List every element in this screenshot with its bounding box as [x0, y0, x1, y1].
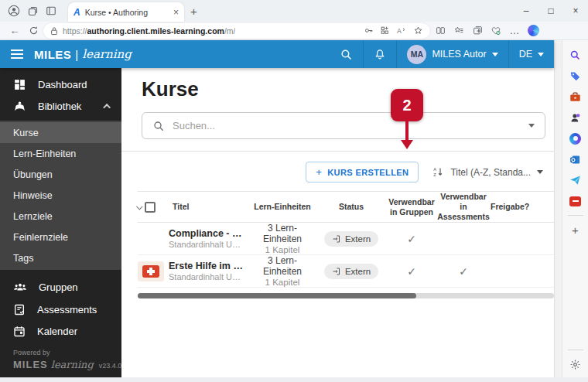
create-course-button[interactable]: + KURS ERSTELLEN — [306, 162, 419, 182]
extern-icon — [332, 267, 341, 276]
chapters-count: 1 Kapitel — [249, 245, 316, 254]
page-scrollbar[interactable] — [554, 40, 562, 377]
sidebar-item-dashboard[interactable]: Dashboard — [0, 73, 121, 96]
tab-actions-button[interactable] — [42, 2, 60, 20]
notifications-button[interactable] — [363, 40, 396, 68]
sidebar-footer: Powered by MILES learning v23.4.0 — [0, 343, 121, 377]
add-sidebar-app-button[interactable]: + — [569, 223, 583, 237]
sort-menu[interactable]: AZ Titel (A-Z, Standa... — [432, 166, 543, 178]
table-row[interactable]: Erste Hilfe im Betrieb Standardinhalt Un… — [138, 255, 554, 288]
split-screen-button[interactable] — [432, 23, 449, 39]
chevron-down-icon — [537, 170, 543, 177]
status-label: Extern — [345, 234, 371, 244]
first-aid-kit-graphic — [142, 265, 159, 278]
red-app-button[interactable] — [569, 194, 583, 208]
menu-button[interactable] — [0, 40, 34, 68]
workspaces-button[interactable] — [23, 2, 42, 20]
shopping-tag-button[interactable] — [569, 69, 583, 83]
column-header-titel[interactable]: Titel — [169, 202, 249, 212]
sidebar-item-assessments[interactable]: Assessments — [0, 298, 121, 321]
avatar: MA — [407, 45, 426, 64]
tools-button[interactable] — [569, 90, 583, 104]
status-cell: Extern — [316, 264, 387, 279]
chapters-count: 1 Kapitel — [249, 278, 316, 287]
chevron-down-icon[interactable] — [136, 203, 142, 210]
outlook-button[interactable] — [569, 152, 583, 166]
title-cell: Erste Hilfe im Betrieb Standardinhalt Un… — [169, 261, 249, 281]
url-field[interactable]: https://authoring.client.miles-learning.… — [43, 23, 430, 39]
table-row[interactable]: Compliance - Einfüh... Standardinhalt Un… — [138, 223, 554, 255]
sidebar-item-label: Bibliothek — [38, 101, 81, 112]
sidebar-item-lern-einheiten[interactable]: Lern-Einheiten — [0, 143, 121, 164]
column-header-freigabe[interactable]: Freigabe? — [491, 202, 554, 212]
copilot-button[interactable] — [525, 23, 542, 39]
password-button[interactable] — [364, 26, 374, 36]
sidebar-settings-button[interactable] — [569, 357, 583, 371]
main-content: Kurse + KURS ERSTELLEN AZ — [121, 68, 554, 377]
camera-app-button[interactable] — [569, 131, 583, 145]
new-tab-button[interactable]: + — [190, 5, 197, 18]
close-button[interactable]: × — [563, 0, 588, 22]
library-icon — [13, 100, 26, 113]
user-menu[interactable]: MA MILES Autor — [396, 40, 508, 68]
sidebar-item-kalender[interactable]: Kalender — [0, 320, 121, 343]
search-input[interactable] — [173, 120, 521, 131]
column-header-verwendbar-assessments[interactable]: Verwendbar in Assessments — [436, 192, 491, 222]
sidebar-apps-button[interactable] — [380, 26, 390, 36]
svg-text:A: A — [397, 27, 402, 34]
column-header-status[interactable]: Status — [316, 202, 387, 212]
minimize-button[interactable]: – — [514, 0, 538, 22]
brand-divider: | — [75, 48, 78, 61]
select-all-checkbox[interactable] — [145, 202, 156, 213]
favorite-star-button[interactable] — [413, 26, 423, 36]
collections-button[interactable] — [469, 23, 486, 39]
course-title[interactable]: Erste Hilfe im Betrieb — [169, 261, 244, 271]
course-subtitle: Standardinhalt Unterwe... — [169, 272, 244, 281]
gruppen-check: ✓ — [387, 265, 436, 278]
scrollbar-thumb[interactable] — [138, 293, 416, 298]
arrow-shaft — [405, 121, 409, 141]
column-header-verwendbar-gruppen[interactable]: Verwendbar in Gruppen — [387, 197, 436, 217]
sidebar-item-uebungen[interactable]: Übungen — [0, 164, 121, 185]
horizontal-scrollbar[interactable] — [138, 293, 554, 298]
sidebar-search-button[interactable] — [569, 48, 583, 62]
sidebar-item-bibliothek[interactable]: Bibliothek — [0, 96, 121, 118]
search-field[interactable] — [142, 112, 545, 139]
read-aloud-button[interactable]: A — [396, 26, 407, 36]
sidebar-item-kurse[interactable]: Kurse — [0, 122, 121, 143]
paper-plane-icon — [569, 175, 581, 186]
courses-table: Titel Lern-Einheiten Status Verwendbar i… — [138, 191, 554, 288]
browser-essentials-button[interactable] — [487, 23, 504, 39]
profile-button[interactable] — [5, 2, 23, 20]
footer-brand-primary: MILES — [13, 359, 48, 370]
course-title[interactable]: Compliance - Einfüh... — [169, 228, 244, 239]
favorites-star-icon — [453, 26, 464, 36]
column-header-lern-einheiten[interactable]: Lern-Einheiten — [249, 202, 316, 212]
drop-button[interactable] — [569, 173, 583, 187]
favorites-button[interactable] — [450, 23, 467, 39]
sidebar-item-feinlernziele[interactable]: Feinlernziele — [0, 227, 121, 247]
sidebar-item-lernziele[interactable]: Lernziele — [0, 206, 121, 227]
key-icon — [364, 26, 374, 36]
sidebar-item-label: Assessments — [37, 304, 97, 315]
active-tab[interactable]: A Kurse • Authoring × — [68, 2, 184, 22]
language-menu[interactable]: DE — [508, 40, 554, 68]
appbar-search-button[interactable] — [330, 40, 363, 68]
page-title: Kurse — [142, 77, 545, 101]
sidebar-item-gruppen[interactable]: Gruppen — [0, 276, 121, 298]
back-button[interactable]: ← — [6, 23, 23, 39]
chevron-down-icon[interactable] — [528, 124, 535, 131]
units-count: 3 Lern-Einheiten — [249, 255, 316, 277]
maximize-button[interactable]: □ — [538, 0, 563, 22]
sidebar-item-tags[interactable]: Tags — [0, 247, 121, 268]
tag-icon — [569, 70, 581, 82]
tab-close-icon[interactable]: × — [173, 7, 179, 18]
browser-window: A Kurse • Authoring × + – □ × ← https://… — [0, 0, 588, 382]
select-all-cell — [138, 202, 169, 213]
bell-icon — [374, 48, 386, 61]
refresh-button[interactable] — [25, 23, 42, 39]
sidebar-item-hinweise[interactable]: Hinweise — [0, 185, 121, 206]
brand-primary: MILES — [34, 48, 71, 61]
more-menu-button[interactable]: … — [506, 23, 523, 39]
games-button[interactable] — [569, 111, 583, 124]
